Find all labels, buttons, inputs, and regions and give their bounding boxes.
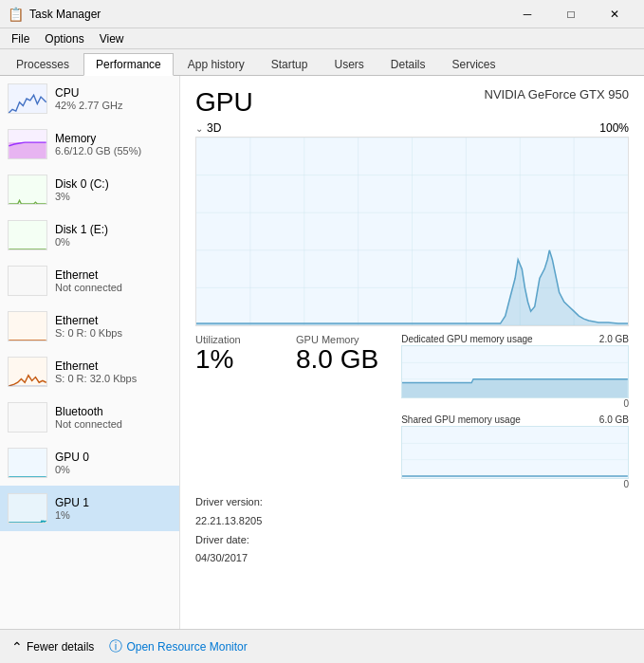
- tab-performance[interactable]: Performance: [83, 53, 174, 76]
- chevron-up-icon: ⌃: [11, 639, 23, 654]
- minimize-button[interactable]: ─: [506, 0, 549, 28]
- sidebar-item-ethernet0[interactable]: Ethernet Not connected: [0, 258, 179, 304]
- content-area: GPU NVIDIA GeForce GTX 950 ⌄ 3D 100%: [180, 76, 644, 629]
- sidebar-item-gpu1[interactable]: GPU 1 1%: [0, 486, 179, 531]
- gpu0-value: 0%: [55, 464, 89, 475]
- disk1-value: 0%: [55, 236, 108, 248]
- disk1-thumb: [8, 220, 47, 250]
- app-title: Task Manager: [29, 8, 101, 21]
- utilization-value: 1%: [195, 345, 281, 375]
- shared-chart: [401, 426, 629, 479]
- small-charts-area: Dedicated GPU memory usage 2.0 GB: [401, 334, 629, 489]
- open-resource-monitor-link[interactable]: ⓘ Open Resource Monitor: [109, 638, 247, 655]
- bottom-bar: ⌃ Fewer details ⓘ Open Resource Monitor: [0, 629, 644, 663]
- driver-version-label: Driver version:: [195, 496, 263, 507]
- eth1-value: S: 0 R: 0 Kbps: [55, 327, 122, 339]
- gpu0-info: GPU 0 0%: [55, 451, 89, 475]
- title-bar: 📋 Task Manager ─ □ ✕: [0, 0, 644, 28]
- eth2-value: S: 0 R: 32.0 Kbps: [55, 373, 137, 384]
- gpu0-thumb: [8, 448, 47, 478]
- tab-startup[interactable]: Startup: [259, 53, 321, 75]
- dedicated-label: Dedicated GPU memory usage: [401, 334, 532, 344]
- tab-details[interactable]: Details: [378, 53, 438, 75]
- tab-app-history[interactable]: App history: [175, 53, 257, 75]
- resource-monitor-icon: ⓘ: [109, 638, 122, 655]
- eth1-info: Ethernet S: 0 R: 0 Kbps: [55, 314, 122, 339]
- dedicated-zero: 0: [401, 398, 629, 409]
- disk0-name: Disk 0 (C:): [55, 177, 109, 191]
- main-content: CPU 42% 2.77 GHz Memory 6.6/12.0 GB (55%…: [0, 76, 644, 629]
- sidebar: CPU 42% 2.77 GHz Memory 6.6/12.0 GB (55%…: [0, 76, 180, 629]
- disk0-info: Disk 0 (C:) 3%: [55, 177, 109, 202]
- disk1-info: Disk 1 (E:) 0%: [55, 223, 108, 248]
- sidebar-item-disk0[interactable]: Disk 0 (C:) 3%: [0, 167, 179, 212]
- sidebar-item-bluetooth[interactable]: Bluetooth Not connected: [0, 395, 179, 440]
- sidebar-item-ethernet2[interactable]: Ethernet S: 0 R: 32.0 Kbps: [0, 349, 179, 395]
- bt-value: Not connected: [55, 418, 122, 430]
- gpu-memory-value: 8.0 GB: [296, 345, 378, 375]
- shared-chart-section: Shared GPU memory usage 6.0 GB 0: [401, 414, 629, 489]
- chart-label: 3D: [207, 121, 221, 135]
- eth0-value: Not connected: [55, 282, 122, 293]
- menu-file[interactable]: File: [4, 30, 37, 47]
- main-chart: [195, 137, 629, 326]
- menu-view[interactable]: View: [92, 30, 132, 47]
- close-button[interactable]: ✕: [593, 0, 636, 28]
- disk0-value: 3%: [55, 191, 109, 202]
- gpu-header: GPU NVIDIA GeForce GTX 950: [195, 87, 629, 118]
- shared-max: 6.0 GB: [599, 414, 629, 425]
- gpu1-thumb: [8, 493, 47, 524]
- driver-version-value: 22.21.13.8205: [195, 512, 629, 531]
- tab-processes[interactable]: Processes: [4, 53, 82, 75]
- utilization-block: Utilization 1%: [195, 334, 281, 375]
- menu-options[interactable]: Options: [37, 30, 91, 47]
- driver-info: Driver version: 22.21.13.8205 Driver dat…: [195, 493, 629, 568]
- maximize-button[interactable]: □: [549, 0, 593, 28]
- eth2-name: Ethernet: [55, 359, 137, 373]
- tab-services[interactable]: Services: [440, 53, 508, 75]
- eth1-name: Ethernet: [55, 314, 122, 327]
- cpu-value: 42% 2.77 GHz: [55, 100, 123, 111]
- driver-version-row: Driver version:: [195, 493, 629, 512]
- window-controls: ─ □ ✕: [506, 0, 636, 28]
- main-chart-container: ⌄ 3D 100%: [195, 121, 629, 326]
- shared-zero: 0: [401, 479, 629, 489]
- tab-bar: Processes Performance App history Startu…: [0, 49, 644, 76]
- gpu0-name: GPU 0: [55, 451, 89, 464]
- fewer-details-label: Fewer details: [27, 640, 94, 654]
- eth0-thumb: [8, 266, 47, 296]
- bt-info: Bluetooth Not connected: [55, 405, 122, 430]
- sidebar-item-ethernet1[interactable]: Ethernet S: 0 R: 0 Kbps: [0, 304, 179, 349]
- menu-bar: File Options View: [0, 28, 644, 49]
- cpu-name: CPU: [55, 86, 123, 100]
- sidebar-item-cpu[interactable]: CPU 42% 2.77 GHz: [0, 76, 179, 121]
- dedicated-chart: [401, 345, 629, 398]
- disk0-thumb: [8, 175, 47, 205]
- cpu-info: CPU 42% 2.77 GHz: [55, 86, 123, 111]
- gpu-memory-block: GPU Memory 8.0 GB: [296, 334, 378, 375]
- sidebar-item-gpu0[interactable]: GPU 0 0%: [0, 440, 179, 486]
- sidebar-item-memory[interactable]: Memory 6.6/12.0 GB (55%): [0, 121, 179, 167]
- driver-date-value: 04/30/2017: [195, 549, 629, 568]
- dedicated-chart-section: Dedicated GPU memory usage 2.0 GB: [401, 334, 629, 409]
- eth0-name: Ethernet: [55, 268, 122, 282]
- fewer-details-button[interactable]: ⌃ Fewer details: [11, 639, 94, 654]
- chart-label-row: ⌄ 3D 100%: [195, 121, 629, 135]
- dedicated-max: 2.0 GB: [599, 334, 629, 344]
- memory-name: Memory: [55, 132, 141, 145]
- eth1-thumb: [8, 311, 47, 341]
- tab-users[interactable]: Users: [322, 53, 376, 75]
- open-resource-monitor-label: Open Resource Monitor: [126, 640, 247, 654]
- app-icon: 📋: [8, 7, 24, 22]
- chevron-icon: ⌄: [195, 123, 203, 134]
- memory-info: Memory 6.6/12.0 GB (55%): [55, 132, 141, 157]
- disk1-name: Disk 1 (E:): [55, 223, 108, 236]
- gpu1-value: 1%: [55, 509, 89, 521]
- sidebar-item-disk1[interactable]: Disk 1 (E:) 0%: [0, 212, 179, 258]
- eth2-thumb: [8, 357, 47, 387]
- shared-label: Shared GPU memory usage: [401, 414, 521, 425]
- gpu-title: GPU: [195, 87, 253, 118]
- memory-thumb: [8, 129, 47, 159]
- gpu1-info: GPU 1 1%: [55, 496, 89, 521]
- gpu-model: NVIDIA GeForce GTX 950: [485, 87, 629, 101]
